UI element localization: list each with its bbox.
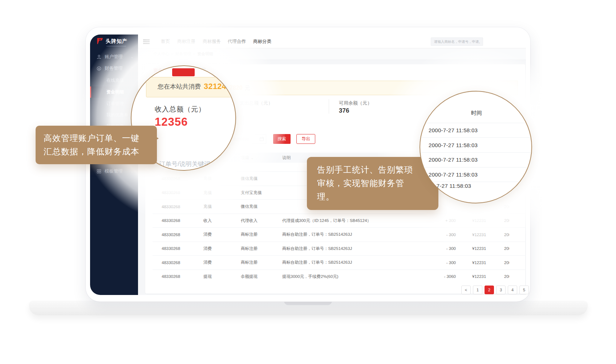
tooltip-smart-finance: 告别手工统计、告别繁琐 审核，实现智能财务管 理。 (307, 157, 438, 210)
template-icon (97, 169, 102, 174)
cell-desc: 商标自助注册，订单号：SB2514263J (282, 256, 352, 270)
cell-order: 48330268 (162, 214, 180, 228)
tooltip-text: 告别手工统计、告别繁琐 (317, 163, 428, 177)
nav-home[interactable]: 首页 (161, 37, 170, 46)
table-row[interactable]: 48330268 消费 商标注册 商标自助注册，订单号：SB2514263J -… (153, 242, 525, 256)
table-row[interactable]: 48330268 消费 商标注册 商标自助注册，订单号：SB2514263J -… (153, 227, 525, 242)
sidebar-sub-label: 订单管理 (106, 101, 124, 107)
magnified-time-value: 2000-7-27 11:58:03 (429, 157, 478, 163)
pagination-page-2[interactable]: 2 (485, 286, 494, 294)
global-search-input[interactable] (431, 37, 483, 46)
nav-trademark-service[interactable]: 商标服务 (203, 37, 221, 46)
sidebar-item-online-recharge[interactable]: 在线充值 (90, 75, 138, 86)
cell-balance: ¥12231 (472, 270, 486, 284)
cell-balance: ¥12231 (472, 214, 486, 228)
cell-desc: 商标自助注册，订单号：SB2514263J (282, 228, 352, 242)
cell-type: 充值 (203, 200, 212, 214)
cell-time: 2000-7-27 11:58:03 (504, 242, 509, 256)
breadcrumb-item[interactable]: 个人中心 (153, 52, 169, 56)
cell-time: 2000-7-27 11:58:03 (504, 228, 509, 242)
magnified-row-divider (420, 167, 532, 167)
sidebar-item-template[interactable]: 模板管理 ⌄ (90, 166, 138, 177)
hamburger-menu-icon[interactable] (143, 40, 150, 44)
cell-amount: + 300 (414, 214, 456, 228)
magnified-time-value: 2000-7-27 11:58:03 (429, 127, 478, 133)
cell-project: 支付宝充值 (241, 186, 262, 200)
magnified-keyword-placeholder: 订单号/说明关键词 (159, 160, 210, 168)
logo-tagline (106, 46, 126, 46)
tooltip-text: 审核，实现智能财务管 (317, 177, 428, 190)
sidebar-item-funds-detail[interactable]: 资金明细 (90, 86, 138, 98)
cell-order: 48330268 (162, 200, 180, 214)
magnified-row-divider (420, 152, 532, 153)
table-row[interactable]: 48330268 收入 代理收入 代理提成300元（ID:1245，订单号：SB… (153, 214, 525, 228)
finance-icon (97, 66, 102, 71)
cell-type: 消费 (203, 242, 212, 256)
cell-project: 商标注册 (241, 242, 258, 256)
cell-type: 消费 (203, 228, 212, 242)
search-button[interactable]: 搜索 (273, 134, 291, 144)
magnified-income-value: 12356 (155, 116, 188, 129)
cell-amount: - 3060 (414, 270, 456, 284)
nav-trademark-register[interactable]: 商标注册 (177, 37, 195, 46)
cell-project: 商标注册 (241, 256, 258, 270)
export-button[interactable]: 导出 (296, 134, 315, 144)
magnified-row-divider (420, 137, 532, 138)
pagination-prev[interactable]: < (461, 286, 471, 294)
sidebar-sub-label: 资金明细 (106, 89, 124, 95)
sidebar-item-label: 模板管理 (105, 168, 123, 174)
magnified-time-value: 2000-7-27 11:58:03 (429, 171, 478, 178)
magnified-banner-amount: 32124 (204, 82, 226, 91)
magnified-banner-prefix: 您在本站共消费 (158, 82, 201, 91)
magnified-time-header: 时间 (443, 110, 510, 117)
magnified-red-tab (172, 68, 195, 76)
cell-order: 48330268 (162, 270, 180, 284)
tooltip-text: 汇总数据，降低财务成本 (44, 145, 149, 158)
cell-project: 微信充值 (241, 172, 258, 186)
cell-order: 48330268 (162, 256, 180, 270)
magnified-row-divider (420, 182, 532, 182)
col-desc: 说明 (282, 153, 291, 163)
cell-amount: - 300 (414, 256, 456, 270)
cell-project: 微信充值 (241, 200, 258, 214)
cell-desc: 代理提成300元（ID:1245，订单号：SB45124） (282, 214, 371, 228)
user-icon (97, 54, 102, 59)
chevron-up-icon: ⌃ (130, 66, 134, 71)
pagination-page-4[interactable]: 4 (508, 286, 517, 294)
cell-time: 2000-7-27 11:58:03 (504, 214, 509, 228)
sidebar-sub-label: 我的优惠券 (106, 112, 128, 118)
magnified-income-label: 收入总额（元） (155, 105, 206, 114)
cell-order: 48330268 (162, 242, 180, 256)
pagination-page-3[interactable]: 3 (496, 286, 506, 294)
tooltip-text: 高效管理账户订单、一键 (44, 132, 149, 145)
pagination-page-5[interactable]: 5 (519, 286, 529, 294)
magnified-banner-text: 您在本站共消费 32124 (158, 82, 226, 91)
tooltip-efficient-mgmt: 高效管理账户订单、一键 汇总数据，降低财务成本 (36, 126, 157, 164)
breadcrumb: 个人中心>财务管理>资金明细 (153, 51, 213, 57)
cell-project: 余额提现 (241, 270, 258, 284)
cell-time: 2000-7-27 11:58:03 (504, 256, 509, 270)
cell-desc: 提现3000元，手续费2%(60元) (282, 270, 339, 284)
magnifier-lens-right: 时间 2000-7-27 11:58:03 2000-7-27 11:58:03… (420, 91, 532, 203)
stat-expense-label: 支出总额（元） (240, 100, 273, 106)
nav-agent-coop[interactable]: 代理合作 (228, 37, 246, 46)
cell-type: 消费 (203, 256, 212, 270)
cell-amount: - 300 (414, 242, 456, 256)
col-project[interactable]: 项目⌄ (241, 153, 254, 163)
table-row[interactable]: 48330268 消费 商标注册 商标自助注册，订单号：SB2514263J -… (153, 255, 525, 270)
nav-trademark-class[interactable]: 商标分类 (253, 37, 271, 46)
magnified-row-divider (420, 123, 532, 123)
sidebar-item-order-mgmt[interactable]: 订单管理 (90, 98, 138, 109)
calendar-icon[interactable] (259, 136, 264, 143)
sidebar-item-account[interactable]: 账户管理 ⌄ (90, 51, 138, 62)
breadcrumb-current: 资金明细 (197, 52, 213, 56)
cell-type: 充值 (203, 186, 212, 200)
banner-unit: 元 (245, 85, 250, 92)
stat-balance-label: 可用余额（元） (339, 100, 372, 106)
pagination-page-1[interactable]: 1 (473, 286, 482, 294)
sidebar-item-finance[interactable]: 财务管理 ⌃ (90, 63, 138, 74)
stat-divider (329, 99, 329, 114)
tooltip-text: 理。 (317, 190, 428, 203)
table-row[interactable]: 48330268 提现 余额提现 提现3000元，手续费2%(60元) - 30… (153, 270, 525, 284)
breadcrumb-item[interactable]: 财务管理 (175, 52, 191, 56)
